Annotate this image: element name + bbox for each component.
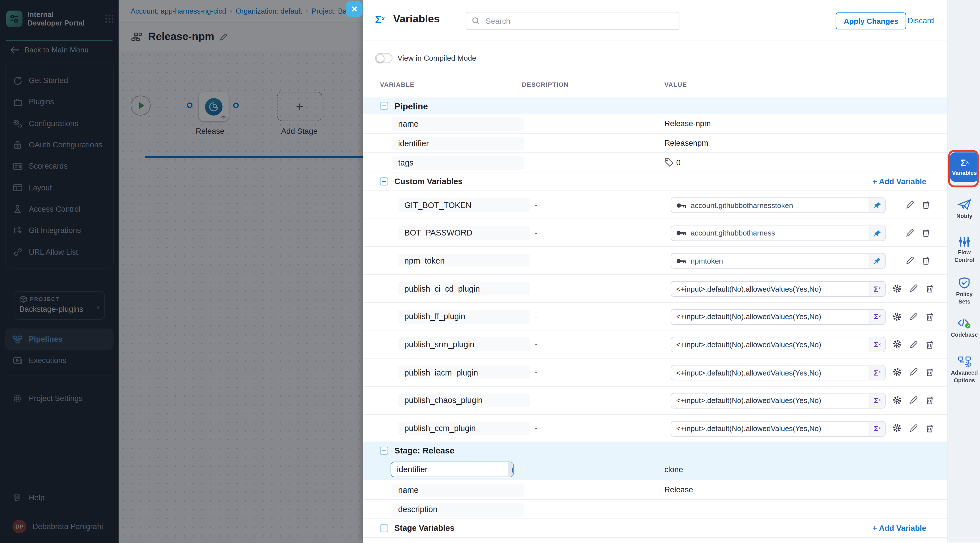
section-label: Stage Variables [395,524,455,533]
runtime-input-field[interactable]: <+input>.default(No).allowedValues(Yes,N… [671,393,886,408]
variables-table: Pipeline name Release-npm identifier Rel… [363,97,948,538]
variable-name: identifier [392,137,524,150]
settings-gear-icon[interactable] [892,368,902,377]
section-label: Stage: Release [395,446,455,456]
runtime-input-field[interactable]: <+input>.default(No).allowedValues(Yes,N… [671,281,886,297]
secret-reference: account.githubbotharness [691,229,775,238]
variable-description: - [535,340,538,349]
runtime-input-field[interactable]: <+input>.default(No).allowedValues(Yes,N… [671,309,886,324]
collapse-minus-icon[interactable] [380,102,388,110]
discard-link[interactable]: Discard [907,16,934,25]
variable-row: publish_srm_plugin - <+input>.default(No… [363,331,948,359]
settings-gear-icon[interactable] [892,340,902,349]
variable-name: publish_ff_plugin [398,310,530,323]
apply-changes-button[interactable]: Apply Changes [836,13,907,30]
section-header-row: Custom Variables + Add Variable [363,172,948,191]
collapse-minus-icon[interactable] [380,447,388,455]
variable-name: name [392,117,524,131]
add-variable-link[interactable]: + Add Variable [873,524,926,533]
delete-icon[interactable] [926,368,934,377]
key-icon [676,230,686,237]
rail-item-advanced-options[interactable]: Advanced Options [948,356,980,384]
stage-identifier-row: clone [363,459,948,480]
variable-description: - [535,368,538,377]
secret-value-field[interactable]: npmtoken [671,253,886,269]
variable-name: GIT_BOT_TOKEN [398,198,530,212]
input-type-button[interactable] [869,338,885,352]
delete-icon[interactable] [926,396,934,405]
edit-icon[interactable] [909,368,918,377]
search-box[interactable] [466,12,679,30]
delete-icon[interactable] [922,256,930,265]
identifier-input[interactable] [391,464,508,475]
edit-icon[interactable] [909,396,918,405]
compiled-mode-toggle[interactable] [375,53,393,63]
rail-item-policy-sets[interactable]: Policy Sets [948,276,980,305]
variable-name: npm_token [398,254,530,268]
secret-value-field[interactable]: account.githubbotharnesstoken [671,197,886,213]
tag-count: 0 [676,158,681,167]
code-check-icon [957,318,972,330]
rail-item-flow-control[interactable]: Flow Control [948,236,980,264]
variable-row: publish_ci_cd_plugin - <+input>.default(… [363,275,948,303]
settings-gear-icon[interactable] [892,312,902,321]
collapse-minus-icon[interactable] [380,178,388,186]
key-icon [676,258,686,264]
collapse-minus-icon[interactable] [380,524,388,532]
copy-button[interactable] [508,462,514,477]
delete-icon[interactable] [926,340,934,349]
runtime-input-value: <+input>.default(No).allowedValues(Yes,N… [676,284,821,293]
delete-icon[interactable] [926,312,934,321]
rail-item-codebase[interactable]: Codebase [948,318,980,339]
search-input[interactable] [484,16,659,26]
edit-icon[interactable] [909,312,918,321]
key-icon [676,202,686,208]
edit-icon[interactable] [909,284,918,293]
settings-gear-icon[interactable] [892,423,902,433]
edit-icon[interactable] [909,424,918,432]
secret-value-field[interactable]: account.githubbotharness [671,225,886,241]
runtime-input-field[interactable]: <+input>.default(No).allowedValues(Yes,N… [671,365,886,380]
section-header-row: Stage: Release [363,442,948,459]
copy-icon [511,465,514,473]
pin-icon [873,229,881,237]
pin-button[interactable] [869,226,885,240]
variable-description: - [535,229,538,237]
runtime-input-field[interactable]: <+input>.default(No).allowedValues(Yes,N… [671,421,886,436]
variable-row: GIT_BOT_TOKEN - account.githubbotharness… [363,191,948,219]
edit-icon[interactable] [906,200,915,209]
rail-item-notify[interactable]: Notify [948,198,980,220]
pin-button[interactable] [869,254,885,268]
identifier-input-field[interactable] [391,462,514,477]
variable-name: description [392,503,524,516]
delete-icon[interactable] [922,200,930,209]
edit-icon[interactable] [906,229,915,237]
delete-icon[interactable] [926,284,934,293]
variable-description: - [535,396,538,405]
edit-icon[interactable] [906,256,915,265]
settings-gear-icon[interactable] [892,395,902,405]
rail-item-variables[interactable]: Variables [950,152,978,182]
search-icon [472,17,480,25]
sigma-icon [874,340,880,349]
input-type-button[interactable] [869,310,885,324]
variable-name: publish_iacm_plugin [398,365,530,379]
close-drawer-button[interactable]: ✕ [346,1,363,17]
pin-button[interactable] [869,198,885,213]
section-label: Pipeline [395,101,428,111]
input-type-button[interactable] [869,282,885,296]
variable-row: publish_iacm_plugin - <+input>.default(N… [363,359,948,386]
sliders-icon [958,236,970,248]
variables-drawer: Variables Apply Changes Discard View in … [363,0,948,543]
delete-icon[interactable] [926,424,934,432]
add-variable-link[interactable]: + Add Variable [873,177,926,186]
sigma-icon [874,424,880,433]
delete-icon[interactable] [922,229,930,237]
edit-icon[interactable] [909,340,918,349]
input-type-button[interactable] [869,421,885,436]
variable-name: BOT_PASSWORD [398,226,530,240]
input-type-button[interactable] [869,393,885,408]
input-type-button[interactable] [869,365,885,380]
settings-gear-icon[interactable] [892,284,902,293]
runtime-input-field[interactable]: <+input>.default(No).allowedValues(Yes,N… [671,337,886,352]
